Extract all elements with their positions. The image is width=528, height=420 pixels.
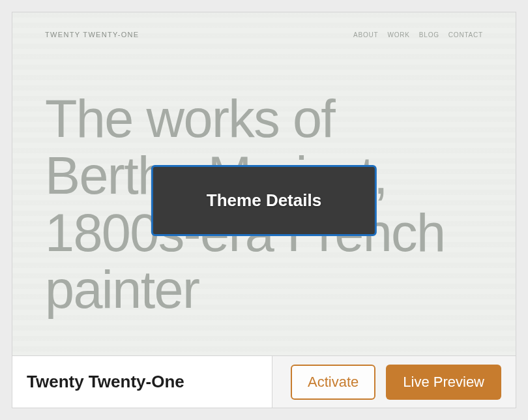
activate-button[interactable]: Activate bbox=[291, 365, 375, 400]
screenshot-nav: ABOUT WORK BLOG CONTACT bbox=[353, 31, 483, 38]
screenshot-nav-item: CONTACT bbox=[448, 31, 483, 38]
screenshot-header: TWENTY TWENTY-ONE ABOUT WORK BLOG CONTAC… bbox=[45, 31, 483, 38]
screenshot-nav-item: BLOG bbox=[419, 31, 439, 38]
live-preview-button[interactable]: Live Preview bbox=[386, 365, 501, 400]
screenshot-nav-item: WORK bbox=[387, 31, 409, 38]
theme-details-button[interactable]: Theme Details bbox=[151, 165, 377, 236]
theme-card: TWENTY TWENTY-ONE ABOUT WORK BLOG CONTAC… bbox=[12, 12, 516, 408]
theme-name: Twenty Twenty-One bbox=[27, 372, 184, 392]
screenshot-nav-item: ABOUT bbox=[353, 31, 378, 38]
theme-action-buttons: Activate Live Preview bbox=[272, 356, 516, 408]
screenshot-site-title: TWENTY TWENTY-ONE bbox=[45, 31, 139, 38]
theme-action-bar: Twenty Twenty-One Activate Live Preview bbox=[12, 355, 516, 408]
theme-name-cell: Twenty Twenty-One bbox=[12, 356, 272, 408]
